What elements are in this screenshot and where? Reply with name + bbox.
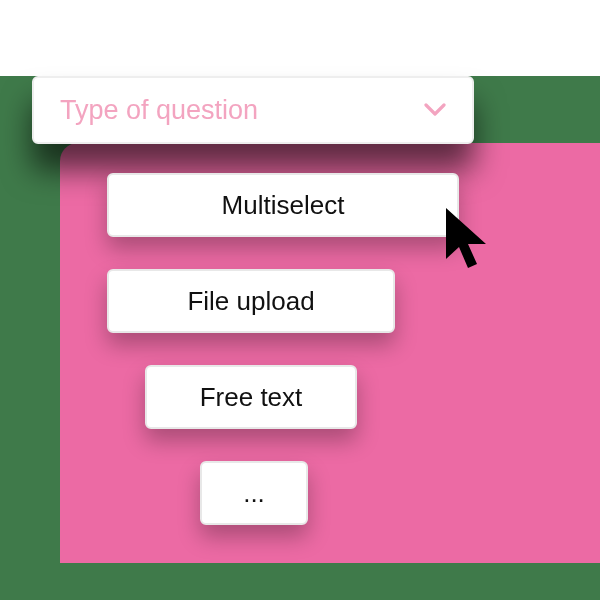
option-free-text[interactable]: Free text [145, 365, 357, 429]
option-label: Multiselect [222, 190, 345, 221]
option-label: ... [243, 478, 265, 509]
top-white-bar [0, 0, 600, 76]
question-type-dropdown[interactable]: Type of question [32, 76, 474, 144]
option-file-upload[interactable]: File upload [107, 269, 395, 333]
cursor-icon [444, 206, 498, 278]
chevron-down-icon [424, 99, 446, 121]
option-label: Free text [200, 382, 303, 413]
dropdown-label: Type of question [60, 95, 258, 126]
option-more[interactable]: ... [200, 461, 308, 525]
option-label: File upload [187, 286, 314, 317]
option-multiselect[interactable]: Multiselect [107, 173, 459, 237]
